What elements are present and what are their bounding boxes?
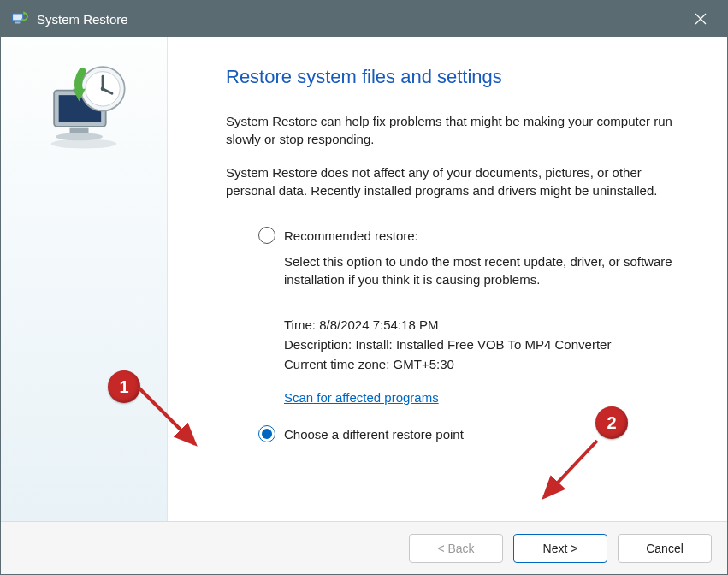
annotation-badge-1: 1 — [108, 370, 140, 403]
svg-point-10 — [56, 133, 103, 140]
close-button[interactable] — [681, 3, 720, 35]
main-panel: Restore system files and settings System… — [168, 37, 727, 521]
titlebar: System Restore — [1, 1, 727, 37]
detail-time: Time: 8/8/2024 7:54:18 PM — [284, 317, 688, 332]
option-recommended[interactable]: Recommended restore: — [258, 227, 688, 244]
system-restore-window: System Restore — [0, 0, 728, 575]
restore-options-group: Recommended restore: Select this option … — [258, 227, 688, 442]
restore-point-details: Time: 8/8/2024 7:54:18 PM Description: I… — [284, 317, 688, 371]
option-recommended-label: Recommended restore: — [284, 228, 418, 243]
page-heading: Restore system files and settings — [226, 66, 688, 88]
app-icon — [9, 9, 28, 28]
next-button[interactable]: Next > — [513, 534, 607, 563]
detail-description: Description: Install: Installed Free VOB… — [284, 337, 688, 352]
scan-affected-programs-link[interactable]: Scan for affected programs — [284, 390, 439, 405]
svg-rect-2 — [15, 21, 21, 23]
option-choose-different-label: Choose a different restore point — [284, 427, 464, 442]
annotation-badge-2: 2 — [595, 406, 628, 439]
cancel-button[interactable]: Cancel — [618, 534, 712, 563]
radio-recommended[interactable] — [258, 227, 275, 244]
content-area: Restore system files and settings System… — [1, 37, 727, 521]
svg-line-20 — [544, 441, 597, 497]
option-recommended-hint: Select this option to undo the most rece… — [284, 252, 688, 288]
back-button[interactable]: < Back — [409, 534, 503, 563]
sidebar — [1, 37, 168, 521]
intro-paragraph-1: System Restore can help fix problems tha… — [226, 112, 688, 148]
restore-icon — [37, 59, 131, 153]
svg-point-15 — [101, 87, 105, 92]
wizard-footer: < Back Next > Cancel — [1, 521, 727, 574]
window-title: System Restore — [37, 12, 128, 27]
intro-paragraph-2: System Restore does not affect any of yo… — [226, 163, 688, 199]
detail-timezone: Current time zone: GMT+5:30 — [284, 357, 688, 371]
radio-choose-different[interactable] — [258, 425, 275, 442]
annotation-arrow-2 — [536, 436, 613, 513]
